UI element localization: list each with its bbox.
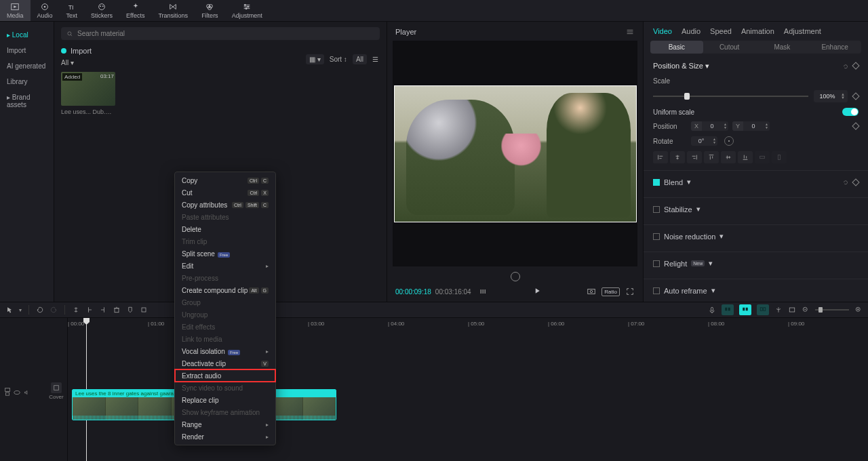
align-left-button[interactable] — [653, 151, 668, 163]
snapshot-icon[interactable] — [587, 287, 596, 296]
reset-icon[interactable] — [842, 63, 849, 70]
import-button[interactable]: Import — [71, 47, 92, 55]
rotate-input[interactable]: 0°▲▼ — [691, 136, 717, 146]
rotate-dial[interactable] — [724, 136, 734, 146]
align-bottom-button[interactable] — [738, 151, 753, 163]
autoreframe-section[interactable]: Auto reframe ▾ — [644, 279, 868, 302]
tab-effects[interactable]: Effects — [119, 0, 151, 21]
svg-point-6 — [100, 5, 101, 7]
scale-input[interactable]: 100%▲▼ — [814, 90, 848, 102]
tab-text[interactable]: TIText — [60, 0, 85, 21]
align-top-button[interactable] — [704, 151, 719, 163]
fullscreen-icon[interactable] — [625, 287, 635, 296]
mute-icon[interactable] — [23, 389, 30, 396]
pointer-tool-icon[interactable] — [5, 306, 14, 314]
relight-section[interactable]: RelightNew ▾ — [644, 252, 868, 275]
sidebar-import[interactable]: Import — [0, 43, 54, 58]
zoom-out-icon[interactable] — [802, 306, 810, 314]
cm-deactivate-clip[interactable]: Deactivate clipV — [175, 357, 275, 369]
position-y-input[interactable]: Y0▲▼ — [732, 121, 770, 131]
trim-left-icon[interactable] — [85, 306, 94, 314]
cm-cut[interactable]: CutCtrlX — [175, 186, 275, 199]
distribute-v-button[interactable] — [772, 151, 787, 163]
tab-transitions[interactable]: Transitions — [151, 0, 195, 21]
cover-button[interactable]: Cover — [48, 382, 64, 400]
position-x-input[interactable]: X0▲▼ — [691, 121, 728, 131]
media-clip-thumb[interactable]: Added 03:17 Lee uses... Dub.mp4 — [61, 72, 115, 115]
tab-media[interactable]: Media — [0, 0, 31, 21]
player-title: Player — [395, 28, 416, 36]
cm-create-compound-clip[interactable]: Create compound clipAltG — [175, 284, 275, 296]
subtab-basic[interactable]: Basic — [650, 41, 703, 54]
reset-icon[interactable] — [842, 179, 849, 186]
subtab-enhance[interactable]: Enhance — [808, 41, 861, 54]
tab-filters[interactable]: Filters — [195, 0, 225, 21]
align-right-button[interactable] — [687, 151, 702, 163]
distribute-h-button[interactable] — [755, 151, 770, 163]
blend-section[interactable]: Blend ▾ — [644, 170, 868, 193]
magnet-on-icon[interactable] — [722, 304, 734, 315]
link-icon[interactable] — [757, 304, 769, 315]
cm-copy[interactable]: CopyCtrlC — [175, 174, 275, 186]
sidebar-local[interactable]: ▸ Local — [0, 27, 54, 43]
cm-vocal-isolation[interactable]: Vocal isolationFree▸ — [175, 345, 275, 357]
undo-icon[interactable] — [36, 306, 44, 314]
preview-icon[interactable] — [788, 306, 796, 314]
noise-section[interactable]: Noise reduction ▾ — [644, 224, 868, 247]
subtab-mask[interactable]: Mask — [756, 41, 809, 54]
prop-tab-speed[interactable]: Speed — [710, 27, 732, 35]
grid-view-button[interactable]: ▦ ▾ — [306, 54, 324, 64]
tab-stickers[interactable]: Stickers — [84, 0, 119, 21]
visibility-icon[interactable] — [14, 389, 20, 396]
timeline-markers-icon[interactable] — [479, 287, 488, 296]
keyframe-icon[interactable] — [852, 178, 859, 186]
prop-tab-adjustment[interactable]: Adjustment — [784, 27, 821, 35]
subtab-cutout[interactable]: Cutout — [703, 41, 756, 54]
align-hcenter-button[interactable] — [670, 151, 685, 163]
keyframe-icon[interactable] — [852, 92, 859, 100]
prop-tab-video[interactable]: Video — [653, 27, 672, 35]
cm-extract-audio[interactable]: Extract audio — [175, 369, 275, 382]
zoom-in-icon[interactable] — [854, 306, 863, 314]
sidebar-library[interactable]: Library — [0, 74, 54, 89]
filter-icon[interactable]: ☰ — [372, 56, 378, 63]
cm-delete[interactable]: Delete — [175, 223, 275, 235]
prop-tab-audio[interactable]: Audio — [682, 27, 701, 35]
delete-icon[interactable] — [113, 306, 121, 314]
cm-copy-attributes[interactable]: Copy attributesCtrlShiftC — [175, 199, 275, 211]
sidebar-ai[interactable]: AI generated — [0, 58, 54, 74]
svg-rect-28 — [728, 308, 730, 311]
magnet-mode-icon[interactable] — [739, 304, 751, 315]
sort-button[interactable]: Sort ↕ — [330, 56, 347, 63]
uniform-scale-toggle[interactable] — [842, 108, 859, 116]
keyframe-icon[interactable] — [852, 122, 859, 129]
marker-icon[interactable] — [126, 306, 134, 314]
ratio-button[interactable]: Ratio — [601, 287, 620, 296]
cm-split-scene[interactable]: Split sceneFree — [175, 247, 275, 260]
search-input[interactable]: Search material — [61, 27, 380, 40]
tab-audio[interactable]: Audio — [31, 0, 60, 21]
split-icon[interactable] — [72, 306, 80, 314]
add-track-icon[interactable] — [4, 386, 11, 393]
cm-render[interactable]: Render▸ — [175, 430, 275, 443]
filter-all-button[interactable]: All — [353, 54, 367, 64]
scale-slider[interactable] — [653, 96, 808, 97]
stabilize-section[interactable]: Stabilize ▾ — [644, 197, 868, 220]
video-preview[interactable] — [394, 85, 637, 222]
keyframe-icon[interactable] — [852, 62, 859, 69]
cm-replace-clip[interactable]: Replace clip — [175, 394, 275, 406]
sidebar-brand[interactable]: ▸ Brand assets — [0, 89, 54, 113]
tab-adjustment[interactable]: Adjustment — [225, 0, 269, 21]
cm-edit[interactable]: Edit▸ — [175, 260, 275, 272]
mic-icon[interactable] — [708, 306, 716, 314]
snap-icon[interactable] — [774, 306, 783, 314]
cm-range[interactable]: Range▸ — [175, 418, 275, 430]
align-vcenter-button[interactable] — [721, 151, 736, 163]
trim-right-icon[interactable] — [99, 306, 107, 314]
prop-tab-animation[interactable]: Animation — [741, 27, 774, 35]
crop-icon[interactable] — [140, 306, 148, 314]
redo-icon[interactable] — [50, 306, 58, 314]
player-menu-icon[interactable] — [625, 27, 635, 37]
play-button[interactable] — [533, 287, 541, 295]
svg-rect-23 — [778, 155, 780, 160]
